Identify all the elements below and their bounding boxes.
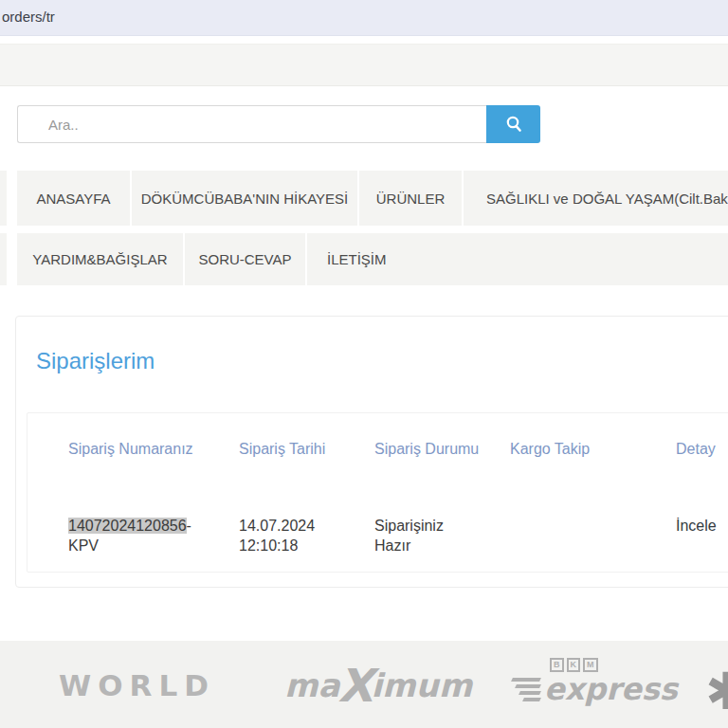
column-header-order-number: Sipariş Numaranız: [68, 439, 239, 503]
column-header-order-status: Sipariş Durumu: [374, 439, 510, 503]
search-button[interactable]: [486, 105, 540, 143]
speed-lines-icon: [512, 678, 540, 701]
table-row: 14072024120856- KPV 14.07.2024 12:10:18 …: [27, 503, 728, 555]
orders-card: Siparişlerim Sipariş Numaranız Sipariş T…: [15, 316, 728, 588]
nav-item-urunler[interactable]: ÜRÜNLER: [359, 171, 462, 226]
column-header-order-date: Sipariş Tarihi: [239, 439, 374, 503]
bkm-letter-boxes: B K M: [550, 658, 678, 672]
nav-item-label: ÜRÜNLER: [376, 191, 446, 207]
nav-item-label: SORU-CEVAP: [198, 251, 291, 267]
order-status-cell: Siparişiniz Hazır: [374, 516, 510, 555]
nav-item-anasayfa[interactable]: ANASAYFA: [17, 171, 130, 226]
order-number-suffix: KPV: [68, 537, 99, 554]
search-input[interactable]: [17, 105, 486, 143]
url-text[interactable]: orders/tr: [2, 9, 55, 25]
order-status: Siparişiniz Hazır: [374, 516, 483, 555]
maximum-card-logo: maXimum: [284, 666, 472, 704]
maximum-logo-x: X: [337, 669, 373, 701]
order-date-cell: 14.07.2024 12:10:18: [239, 516, 374, 555]
column-header-detail: Detay: [676, 439, 728, 503]
nav-item-iletisim[interactable]: İLETİŞİM: [307, 233, 728, 285]
maximum-logo-suffix: imum: [371, 666, 472, 704]
maximum-logo-prefix: ma: [284, 666, 339, 704]
nav-item-label: YARDIM&BAĞIŞLAR: [32, 251, 167, 267]
bkm-letter-b: B: [550, 658, 564, 672]
cargo-tracking-cell: [510, 516, 676, 555]
nav-item-label: İLETİŞİM: [327, 251, 387, 267]
table-header-row: Sipariş Numaranız Sipariş Tarihi Sipariş…: [27, 413, 728, 503]
nav-item-soru-cevap[interactable]: SORU-CEVAP: [185, 233, 305, 285]
bkm-letter-k: K: [567, 658, 581, 672]
world-card-logo: WORLD: [59, 668, 215, 702]
order-date: 14.07.2024: [239, 516, 374, 536]
detail-link[interactable]: İncele: [676, 518, 717, 534]
bkm-letter-m: M: [583, 658, 598, 672]
order-number-separator: -: [187, 518, 191, 534]
express-logo-text: express: [544, 674, 678, 704]
order-number-cell: 14072024120856- KPV: [68, 516, 239, 555]
bkm-express-logo: B K M express: [512, 658, 678, 704]
page-title: Siparişlerim: [36, 348, 155, 374]
column-header-cargo-tracking: Kargo Takip: [510, 439, 676, 503]
nav-item-saglikli-yasam[interactable]: SAĞLIKLI ve DOĞAL YAŞAM(Cilt.Bakım&: [464, 171, 728, 226]
nav-item-clipped-left-2[interactable]: [0, 233, 7, 285]
order-time: 12:10:18: [239, 536, 374, 555]
header-band: [0, 44, 728, 86]
nav-item-hikaye[interactable]: DÖKÜMCÜBABA'NIN HİKAYESİ: [132, 171, 357, 226]
nav-item-clipped-left-1[interactable]: [0, 171, 7, 226]
orders-table: Sipariş Numaranız Sipariş Tarihi Sipariş…: [27, 412, 728, 573]
browser-address-bar: orders/tr: [0, 0, 728, 36]
asterisk-logo-partial: ✱: [705, 662, 728, 721]
nav-item-label: SAĞLIKLI ve DOĞAL YAŞAM(Cilt.Bakım&: [486, 191, 728, 207]
nav-item-yardim-bagislar[interactable]: YARDIM&BAĞIŞLAR: [17, 233, 183, 285]
search-icon: [504, 115, 523, 134]
detail-cell: İncele: [676, 516, 728, 555]
nav-item-label: DÖKÜMCÜBABA'NIN HİKAYESİ: [141, 191, 348, 207]
order-number-highlighted: 14072024120856: [68, 518, 187, 534]
nav-item-label: ANASAYFA: [36, 191, 110, 207]
